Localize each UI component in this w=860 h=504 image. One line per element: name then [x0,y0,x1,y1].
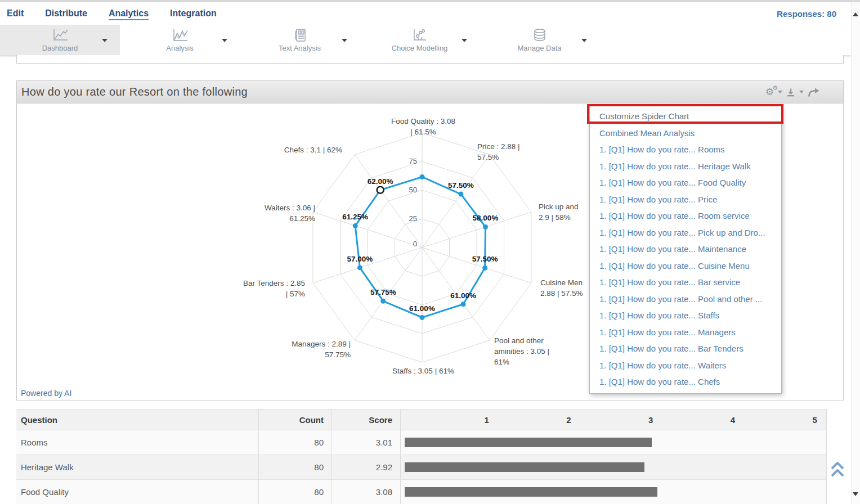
share-icon[interactable] [808,88,821,97]
scatter-chart-icon [411,28,428,42]
radar-point[interactable] [380,299,386,304]
svg-text:Bar Tenders : 2.85| 57%: Bar Tenders : 2.85| 57% [243,279,305,298]
caret-down-icon[interactable] [778,91,782,93]
svg-text:Chefs : 3.1 | 62%: Chefs : 3.1 | 62% [284,146,342,154]
toolbar-text-analysis-button[interactable]: Text Analysis [240,25,360,55]
svg-text:Pool and otheraminities : 3.05: Pool and otheraminities : 3.05 |61% [494,336,549,366]
svg-text:25: 25 [409,214,417,223]
svg-text:Food Quality : 3.08| 61.5%: Food Quality : 3.08| 61.5% [391,117,455,136]
toolbar-choice-modelling-button[interactable]: Choice Modelling [360,25,480,55]
radar-point[interactable] [420,174,425,179]
toolbar-manage-data-button[interactable]: Manage Data [480,25,599,55]
radar-point[interactable] [357,265,362,270]
menu-item[interactable]: 1. [Q1] How do you rate... Bar service [590,274,781,291]
table-header-row: Question Count Score 12345 [16,409,827,430]
app-window: Edit Distribute Analytics Integration Re… [0,0,860,504]
menu-item[interactable]: 1. [Q1] How do you rate... Cuisine Menu [590,258,781,274]
svg-text:Staffs : 3.05 | 61%: Staffs : 3.05 | 61% [392,367,454,375]
powered-by-ai-link[interactable]: Powered by AI [21,389,71,398]
top-navigation: Edit Distribute Analytics Integration [0,2,851,25]
header-count: Count [259,410,332,430]
svg-text:61.00%: 61.00% [450,291,476,300]
nav-item-edit[interactable]: Edit [7,8,24,19]
chart-options-menu: Customize Spider ChartCombined Mean Anal… [589,106,782,394]
nav-item-integration[interactable]: Integration [170,8,217,19]
score-bar [405,487,657,497]
toolbar-analysis-button[interactable]: Analysis [120,25,240,55]
menu-item[interactable]: 1. [Q1] How do you rate... Bar Tenders [590,340,781,357]
radar-point[interactable] [483,224,488,230]
menu-item[interactable]: 1. [Q1] How do you rate... Price [590,191,781,208]
question-cell: Food Quality [16,480,259,504]
scale-tick-label: 3 [648,410,653,431]
svg-text:61.00%: 61.00% [409,304,435,313]
download-icon[interactable] [786,88,795,97]
radar-point[interactable] [461,302,466,307]
scale-tick-label: 5 [813,410,817,431]
menu-item[interactable]: 1. [Q1] How do you rate... Managers [590,324,781,341]
score-bar [405,462,644,472]
caret-down-icon[interactable] [222,39,227,42]
count-cell: 80 [259,480,332,504]
nav-item-distribute[interactable]: Distribute [45,8,87,19]
menu-item[interactable]: 1. [Q1] How do you rate... Waiters [590,357,781,374]
table-row: Heritage Walk802.92 [16,455,827,480]
scale-tick-label: 1 [485,410,489,431]
menu-item[interactable]: 1. [Q1] How do you rate... Pick up and D… [590,224,781,241]
menu-item-highlighted[interactable]: Customize Spider Chart [590,108,781,125]
score-bar-cell [401,480,827,504]
menu-item[interactable]: 1. [Q1] How do you rate... Food Quality [590,174,781,191]
score-cell: 3.01 [332,430,401,454]
responses-count: Responses: 80 [777,9,836,19]
menu-item[interactable]: 1. [Q1] How do you rate... Room service [590,208,781,224]
radial-tick-labels: 0255075 [409,157,417,248]
count-cell: 80 [259,430,332,454]
settings-gears-icon[interactable]: ⚙⚙ [765,87,774,97]
previous-panel-edge [16,55,844,64]
toolbar-dashboard-button[interactable]: Dashboard [0,25,120,55]
caret-down-icon[interactable] [462,39,467,42]
score-bar [405,438,652,447]
scroll-to-top-button[interactable] [830,460,845,480]
table-row: Food Quality803.08 [16,480,827,504]
table-body: Rooms803.01Heritage Walk802.92Food Quali… [16,430,827,504]
svg-text:0: 0 [413,240,417,248]
question-cell: Rooms [16,430,259,454]
radar-point[interactable] [420,315,425,320]
document-icon [292,28,308,42]
line-chart-icon [52,28,69,42]
menu-item[interactable]: 1. [Q1] How do you rate... Heritage Walk [590,158,781,175]
question-cell: Heritage Walk [16,455,259,479]
nav-item-analytics[interactable]: Analytics [109,8,149,19]
header-scale: 12345 [401,410,827,430]
menu-item[interactable]: 1. [Q1] How do you rate... Maintenance [590,241,781,258]
header-score: Score [332,410,401,430]
menu-item[interactable]: 1. [Q1] How do you rate... Pool and othe… [590,291,781,308]
menu-item[interactable]: 1. [Q1] How do you rate... Staffs [590,307,781,324]
radar-point-highlighted[interactable] [377,187,384,194]
toolbar-label: Text Analysis [279,44,321,52]
radar-point[interactable] [458,192,463,197]
score-cell: 3.08 [332,480,401,504]
toolbar-label: Dashboard [42,44,78,52]
radar-point[interactable] [353,223,358,228]
caret-down-icon[interactable] [342,39,347,42]
svg-text:57.75%: 57.75% [370,288,396,296]
page-scrollbar[interactable] [851,2,860,504]
menu-item[interactable]: Combined Mean Analysis [590,125,781,142]
toolbar-label: Manage Data [517,44,561,52]
menu-item[interactable]: 1. [Q1] How do you rate... Rooms [590,141,781,158]
scrollbar-down-arrow-icon[interactable] [853,492,858,496]
menu-item[interactable]: 1. [Q1] How do you rate... Chefs [590,374,781,390]
svg-text:57.50%: 57.50% [472,255,498,263]
caret-down-icon[interactable] [581,39,587,42]
caret-down-icon[interactable] [799,91,804,93]
radar-point[interactable] [482,266,487,271]
caret-down-icon[interactable] [102,39,107,42]
header-question: Question [16,410,259,430]
count-cell: 80 [259,455,332,479]
scrollbar-up-arrow-icon[interactable] [853,12,858,16]
svg-text:Waiters : 3.06 |61.25%: Waiters : 3.06 |61.25% [265,204,315,223]
toolbar-label: Choice Modelling [392,44,448,52]
score-bar-cell [401,430,827,454]
